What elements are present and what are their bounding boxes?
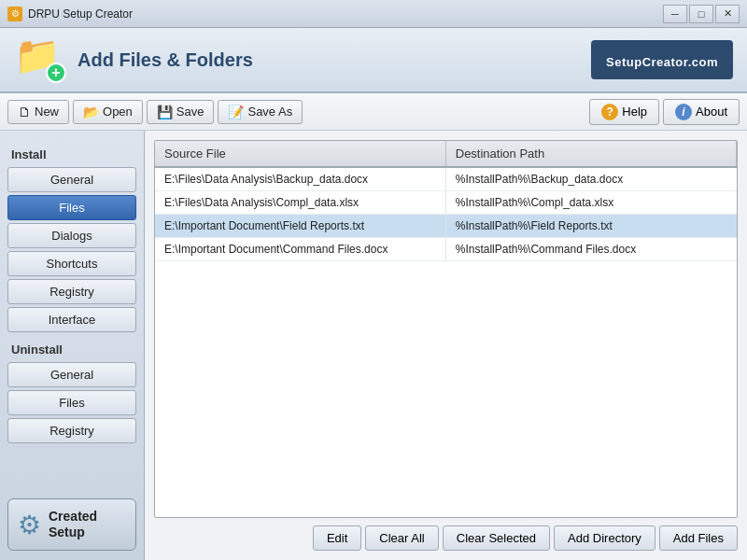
close-button[interactable]: ✕ (715, 5, 740, 23)
sidebar-item-interface[interactable]: Interface (7, 307, 136, 332)
toolbar-right: ? Help i About (589, 99, 740, 125)
new-icon: 🗋 (18, 105, 31, 119)
add-directory-button[interactable]: Add Directory (554, 525, 655, 551)
sidebar-item-general-uninstall[interactable]: General (7, 362, 136, 387)
titlebar-left: ⚙ DRPU Setup Creator (7, 7, 133, 21)
save-label: Save (176, 105, 204, 119)
sidebar: Install General Files Dialogs Shortcuts … (0, 131, 145, 560)
sidebar-item-general-install[interactable]: General (7, 167, 136, 192)
titlebar-title: DRPU Setup Creator (28, 7, 133, 21)
minimize-button[interactable]: ─ (663, 5, 687, 23)
save-as-label: Save As (247, 105, 292, 119)
sidebar-item-shortcuts[interactable]: Shortcuts (7, 251, 136, 276)
source-cell: E:\Files\Data Analysis\Backup_data.docx (155, 167, 445, 191)
header: 📁 + Add Files & Folders SetupCreator.com (0, 28, 747, 93)
clear-all-button[interactable]: Clear All (365, 525, 438, 551)
clear-selected-button[interactable]: Clear Selected (443, 525, 550, 551)
help-label: Help (622, 105, 647, 119)
table-row[interactable]: E:\Important Document\Field Reports.txt%… (155, 215, 737, 238)
add-files-button[interactable]: Add Files (659, 525, 738, 551)
gear-icon: ⚙ (18, 510, 41, 540)
app-icon: ⚙ (7, 7, 22, 21)
about-label: About (696, 105, 727, 119)
source-cell: E:\Files\Data Analysis\Compl_data.xlsx (155, 191, 445, 215)
sidebar-item-registry-uninstall[interactable]: Registry (7, 418, 136, 443)
about-button[interactable]: i About (663, 99, 740, 125)
action-row: Edit Clear All Clear Selected Add Direct… (154, 525, 738, 551)
sidebar-item-files-install[interactable]: Files (7, 195, 136, 220)
content: Source File Destination Path E:\Files\Da… (145, 131, 747, 560)
help-button[interactable]: ? Help (589, 99, 659, 125)
new-button[interactable]: 🗋 New (7, 100, 69, 124)
add-badge: + (46, 63, 66, 83)
open-icon: 📂 (83, 105, 99, 119)
table-row[interactable]: E:\Files\Data Analysis\Backup_data.docx%… (155, 167, 737, 191)
install-section-label: Install (11, 147, 136, 161)
table-row[interactable]: E:\Important Document\Command Files.docx… (155, 238, 737, 261)
save-as-button[interactable]: 📝 Save As (218, 100, 303, 124)
help-icon: ? (601, 104, 618, 120)
dest-cell: %InstallPath%\Field Reports.txt (445, 215, 736, 238)
header-title: Add Files & Folders (78, 49, 253, 71)
open-label: Open (103, 105, 133, 119)
sidebar-item-registry-install[interactable]: Registry (7, 279, 136, 304)
uninstall-section-label: Uninstall (11, 343, 136, 357)
main: Install General Files Dialogs Shortcuts … (0, 131, 747, 560)
create-setup-button[interactable]: ⚙ CreatedSetup (7, 498, 136, 551)
source-cell: E:\Important Document\Field Reports.txt (155, 215, 445, 238)
header-left: 📁 + Add Files & Folders (14, 36, 253, 83)
dest-cell: %InstallPath%\Backup_data.docx (445, 167, 736, 191)
table-row[interactable]: E:\Files\Data Analysis\Compl_data.xlsx%I… (155, 191, 737, 215)
about-icon: i (675, 104, 692, 120)
brand-text: SetupCreator.com (606, 55, 718, 69)
titlebar: ⚙ DRPU Setup Creator ─ □ ✕ (0, 0, 747, 28)
edit-button[interactable]: Edit (313, 525, 361, 551)
dest-cell: %InstallPath%\Compl_data.xlsx (445, 191, 736, 215)
open-button[interactable]: 📂 Open (73, 100, 143, 124)
col-source-header: Source File (155, 141, 445, 167)
sidebar-spacer (7, 446, 136, 495)
create-setup-label: CreatedSetup (49, 509, 97, 540)
new-label: New (35, 105, 59, 119)
sidebar-item-files-uninstall[interactable]: Files (7, 390, 136, 415)
maximize-button[interactable]: □ (689, 5, 713, 23)
header-icon: 📁 + (14, 36, 66, 83)
header-brand: SetupCreator.com (591, 40, 733, 79)
file-table-container: Source File Destination Path E:\Files\Da… (154, 140, 738, 518)
dest-cell: %InstallPath%\Command Files.docx (445, 238, 736, 261)
toolbar: 🗋 New 📂 Open 💾 Save 📝 Save As ? Help i A… (0, 93, 747, 131)
titlebar-controls: ─ □ ✕ (663, 5, 740, 23)
col-dest-header: Destination Path (445, 141, 736, 167)
save-button[interactable]: 💾 Save (147, 100, 215, 124)
save-icon: 💾 (157, 105, 173, 119)
save-as-icon: 📝 (228, 105, 244, 119)
source-cell: E:\Important Document\Command Files.docx (155, 238, 445, 261)
sidebar-item-dialogs[interactable]: Dialogs (7, 223, 136, 248)
file-table: Source File Destination Path E:\Files\Da… (155, 141, 737, 261)
